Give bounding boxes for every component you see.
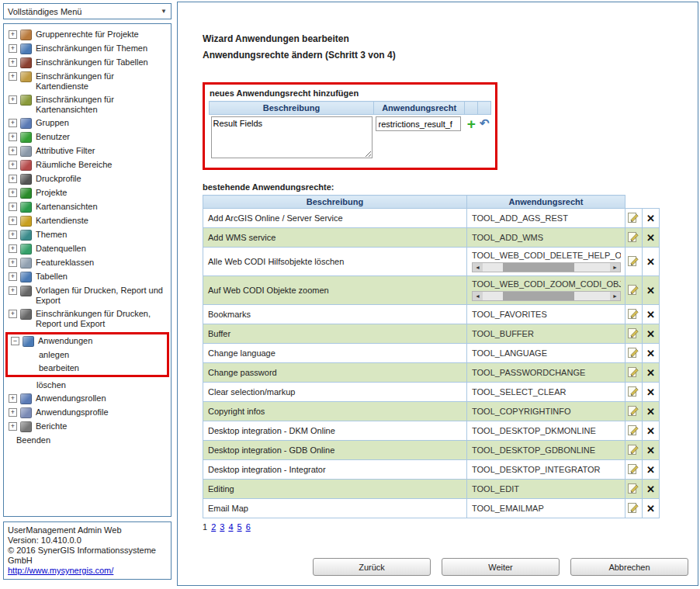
sidebar-item-datenquellen[interactable]: +Datenquellen (5, 242, 169, 256)
edit-icon[interactable] (628, 463, 639, 475)
sidebar-item-kartenansichten[interactable]: +Kartenansichten (5, 200, 169, 214)
expand-icon[interactable]: + (9, 272, 17, 281)
menu-dropdown[interactable]: Vollständiges Menü ▼ (3, 3, 172, 19)
delete-icon[interactable]: ✕ (646, 309, 655, 320)
vendor-link[interactable]: http://www.mysynergis.com/ (8, 566, 113, 575)
back-button[interactable]: Zurück (313, 558, 431, 576)
delete-icon[interactable]: ✕ (646, 285, 655, 296)
expand-icon[interactable]: + (9, 394, 17, 403)
edit-icon[interactable] (628, 366, 639, 378)
description-textarea[interactable]: Result Fields (211, 116, 373, 158)
expand-icon[interactable]: + (9, 30, 17, 39)
scroll-left-arrow-icon[interactable]: ◄ (473, 292, 483, 300)
edit-icon[interactable] (628, 327, 639, 339)
expand-icon[interactable]: + (9, 422, 17, 431)
delete-icon[interactable]: ✕ (646, 232, 655, 244)
expand-icon[interactable]: + (9, 258, 17, 267)
expand-icon[interactable]: + (9, 95, 17, 104)
sidebar-item-beenden[interactable]: Beenden (5, 434, 169, 447)
edit-icon[interactable] (628, 386, 639, 397)
expand-icon[interactable]: + (9, 189, 17, 197)
sidebar-item-gruppenrechte-projekte[interactable]: +Gruppenrechte für Projekte (5, 28, 169, 42)
sidebar-item-anwendungen-bearbeiten[interactable]: bearbeiten (8, 362, 167, 375)
delete-icon[interactable]: ✕ (646, 328, 655, 340)
expand-icon[interactable]: + (9, 133, 17, 141)
sidebar-item-tabellen[interactable]: +Tabellen (5, 270, 169, 284)
expand-icon[interactable]: + (9, 217, 17, 225)
edit-icon[interactable] (628, 424, 639, 436)
expand-icon[interactable]: + (9, 44, 17, 53)
cancel-button[interactable]: Abbrechen (570, 558, 688, 576)
expand-icon[interactable]: + (9, 175, 17, 183)
delete-icon[interactable]: ✕ (646, 483, 655, 495)
sidebar-item-einschraenkungen-themen[interactable]: +Einschränkungen für Themen (5, 42, 169, 56)
scrollbar-track[interactable] (483, 263, 610, 272)
next-button[interactable]: Weiter (442, 558, 560, 576)
sidebar-item-anwendungsprofile[interactable]: +Anwendungsprofile (5, 406, 169, 420)
right-name-input[interactable] (376, 116, 461, 131)
edit-icon[interactable] (628, 444, 639, 456)
sidebar-item-anwendungsrollen[interactable]: +Anwendungsrollen (5, 392, 169, 406)
sidebar-item-projekte[interactable]: +Projekte (5, 186, 169, 200)
edit-icon[interactable] (628, 212, 639, 223)
delete-icon[interactable]: ✕ (646, 425, 655, 437)
page-link[interactable]: 6 (246, 522, 251, 532)
collapse-icon[interactable]: − (11, 337, 19, 345)
page-link[interactable]: 3 (220, 522, 224, 532)
expand-icon[interactable]: + (9, 147, 17, 155)
sidebar-item-gruppen[interactable]: +Gruppen (5, 116, 169, 130)
edit-icon[interactable] (628, 284, 639, 296)
sidebar-item-themen[interactable]: +Themen (5, 228, 169, 242)
sidebar-item-anwendungen-loeschen[interactable]: löschen (5, 379, 169, 392)
sidebar-item-einschraenkungen-kartenansichten[interactable]: +Einschränkungen für Kartenansichten (5, 93, 169, 116)
sidebar-item-berichte[interactable]: +Berichte (5, 420, 169, 434)
sidebar-item-vorlagen-drucken[interactable]: +Vorlagen für Drucken, Report und Export (5, 284, 169, 307)
scrollbar-track[interactable] (483, 292, 610, 300)
sidebar-item-kartendienste[interactable]: +Kartendienste (5, 214, 169, 228)
expand-icon[interactable]: + (9, 58, 17, 67)
sidebar-item-benutzer[interactable]: +Benutzer (5, 130, 169, 144)
page-link[interactable]: 5 (237, 522, 242, 532)
horizontal-scrollbar[interactable]: ◄► (472, 262, 621, 272)
sidebar-item-druckprofile[interactable]: +Druckprofile (5, 172, 169, 186)
edit-icon[interactable] (628, 231, 639, 243)
sidebar-item-einschraenkungen-drucken[interactable]: +Einschränkungen für Drucken, Report und… (5, 307, 169, 331)
delete-icon[interactable]: ✕ (646, 386, 655, 398)
sidebar-item-attributive-filter[interactable]: +Attributive Filter (5, 144, 169, 158)
add-right-icon[interactable]: + (466, 116, 476, 131)
page-link[interactable]: 4 (228, 522, 233, 532)
sidebar-item-featureklassen[interactable]: +Featureklassen (5, 256, 169, 270)
scroll-left-arrow-icon[interactable]: ◄ (473, 263, 483, 272)
delete-icon[interactable]: ✕ (646, 406, 655, 417)
sidebar-item-anwendungen[interactable]: −Anwendungen (8, 334, 167, 348)
edit-icon[interactable] (628, 347, 639, 359)
sidebar-item-raeumliche-bereiche[interactable]: +Räumliche Bereiche (5, 158, 169, 172)
scrollbar-thumb[interactable] (503, 263, 574, 272)
sidebar-item-einschraenkungen-tabellen[interactable]: +Einschränkungen für Tabellen (5, 56, 169, 70)
delete-icon[interactable]: ✕ (646, 213, 655, 224)
expand-icon[interactable]: + (9, 408, 17, 417)
delete-icon[interactable]: ✕ (646, 256, 655, 268)
scrollbar-thumb[interactable] (503, 292, 574, 300)
edit-icon[interactable] (628, 308, 639, 320)
expand-icon[interactable]: + (9, 230, 17, 239)
undo-icon[interactable]: ↶ (480, 116, 490, 130)
expand-icon[interactable]: + (9, 244, 17, 253)
edit-icon[interactable] (628, 405, 639, 417)
delete-icon[interactable]: ✕ (646, 464, 655, 476)
scroll-right-arrow-icon[interactable]: ► (610, 292, 620, 300)
expand-icon[interactable]: + (9, 72, 17, 81)
expand-icon[interactable]: + (9, 119, 17, 127)
sidebar-item-einschraenkungen-kartendienste[interactable]: +Einschränkungen für Kartendienste (5, 70, 169, 93)
expand-icon[interactable]: + (9, 203, 17, 211)
delete-icon[interactable]: ✕ (646, 348, 655, 359)
edit-icon[interactable] (628, 255, 639, 267)
expand-icon[interactable]: + (9, 161, 17, 169)
scroll-right-arrow-icon[interactable]: ► (610, 263, 620, 272)
delete-icon[interactable]: ✕ (646, 445, 655, 456)
page-link[interactable]: 2 (211, 522, 216, 532)
expand-icon[interactable]: + (9, 286, 17, 295)
sidebar-item-anwendungen-anlegen[interactable]: anlegen (8, 348, 167, 362)
expand-icon[interactable]: + (9, 310, 17, 318)
delete-icon[interactable]: ✕ (646, 367, 655, 379)
